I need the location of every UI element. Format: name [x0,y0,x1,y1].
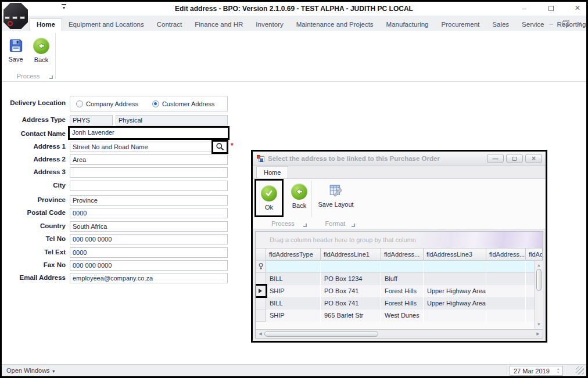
dialog-tab-home[interactable]: Home [256,166,288,178]
cell-address-line4[interactable] [486,309,526,322]
table-row[interactable]: BILL PO Box 741 Forest Hills Upper Highw… [256,297,543,309]
tab-sales[interactable]: Sales [486,19,515,31]
delivery-location-group: Company Address Customer Address [70,96,228,111]
group-expand-icon[interactable] [49,75,53,79]
tab-manufacturing[interactable]: Manufacturing [380,19,435,31]
tab-service[interactable]: Service [515,19,550,31]
column-header[interactable]: fldAddressLine3 [424,249,486,261]
province-field[interactable]: Province [70,195,228,206]
country-field[interactable]: South Africa [70,221,228,232]
filter-cell[interactable] [266,261,321,273]
cell-address-line1[interactable]: PO Box 741 [321,285,381,297]
cell-address-line2[interactable]: Forest Hills [381,285,424,297]
tab-procurement[interactable]: Procurement [435,19,486,31]
cell-address-line1[interactable]: 965 Barlet Str [321,309,381,322]
tab-finance-and-hr[interactable]: Finance and HR [188,19,249,31]
radio-company-address[interactable]: Company Address [76,100,138,107]
dialog-maximize-icon[interactable] [506,154,523,163]
column-header[interactable]: fldAddress... [381,249,424,261]
dialog-back-button[interactable]: Back [286,181,312,217]
tab-home[interactable]: Home [30,18,62,31]
column-header[interactable]: fldAddressType [266,249,321,261]
scroll-left-icon[interactable]: ◀ [256,330,264,338]
column-header[interactable]: fldAddress... [486,249,526,261]
cell-address-type[interactable]: SHIP [266,309,321,322]
address2-field[interactable]: Area [70,154,228,165]
minimize-icon[interactable]: – [519,3,529,13]
cell-address-type[interactable]: BILL [266,273,321,285]
tab-equipment-and-locations[interactable]: Equipment and Locations [62,19,150,31]
city-label: City [2,182,66,189]
table-row[interactable]: BILL PO Box 1234 Bluff [256,273,543,285]
filter-cell[interactable] [486,261,526,273]
postal-code-field[interactable]: 0000 [70,208,228,218]
vertical-scrollbar[interactable]: ▲ ▼ [535,261,542,329]
address-type-label: Address Type [2,116,66,123]
cell-address-line3[interactable] [424,273,486,285]
group-expand-icon[interactable] [303,224,307,227]
filter-cell[interactable] [424,261,486,273]
filter-pin-icon [259,263,263,270]
contact-name-field[interactable]: Jonh Lavender [70,128,228,138]
group-by-panel[interactable]: Drag a column header here to group by th… [256,232,543,249]
postal-code-label: Postal Code [2,209,66,216]
cell-address-line4[interactable] [486,285,526,297]
save-button[interactable]: Save [4,34,27,74]
scroll-up-icon[interactable]: ▲ [535,261,543,269]
vertical-scroll-thumb[interactable] [536,269,542,291]
scroll-right-icon[interactable]: ▶ [534,330,542,338]
mdi-close-icon[interactable]: × [577,19,582,28]
close-icon[interactable]: × [572,3,583,13]
table-row[interactable]: SHIP 965 Barlet Str West Dunes [256,309,543,322]
cell-address-line2[interactable]: West Dunes [381,309,424,322]
search-icon[interactable] [215,142,225,152]
horizontal-scroll-thumb[interactable] [264,331,378,337]
cell-address-line3[interactable] [424,309,486,322]
tel-ext-field[interactable]: 0000 [70,247,228,258]
save-layout-button[interactable]: Save Layout [315,181,356,217]
tab-maintenance-and-projects[interactable]: Maintenance and Projects [290,19,380,31]
fax-no-field[interactable]: 000 000 0000 [70,260,228,271]
resize-grip[interactable] [576,366,584,375]
column-header[interactable]: fldAd [526,249,543,261]
filter-cell[interactable] [321,261,381,273]
dialog-close-icon[interactable]: × [525,154,542,163]
column-header[interactable]: fldAddressLine1 [321,249,381,261]
address-type-description-field[interactable]: Physical [116,115,228,125]
row-indicator-cell [256,309,266,322]
city-field[interactable] [70,181,228,191]
group-expand-icon[interactable] [352,224,355,227]
cell-address-line4[interactable] [486,273,526,285]
email-address-field[interactable]: employeea@company.co.za [70,273,228,283]
date-spinner[interactable]: ▲▼ [555,367,561,375]
horizontal-scrollbar[interactable]: ◀ ▶ [256,329,543,338]
maximize-icon[interactable] [546,3,556,13]
tab-inventory[interactable]: Inventory [249,19,289,31]
mdi-minimize-icon[interactable]: – [549,20,553,28]
row-indicator-cell [256,297,266,309]
radio-customer-address[interactable]: Customer Address [152,100,214,107]
cell-address-line2[interactable]: Bluff [381,273,424,285]
cell-address-type[interactable]: BILL [266,297,321,309]
cell-address-line1[interactable]: PO Box 1234 [321,273,381,285]
cell-address-line4[interactable] [486,297,526,309]
cell-address-line3[interactable]: Upper Highway Area [424,285,486,297]
address-type-code-field[interactable]: PHYS [70,115,113,125]
tel-no-field[interactable]: 000 000 0000 [70,234,228,244]
cell-address-type[interactable]: SHIP [266,285,321,297]
mdi-restore-icon[interactable] [562,21,568,26]
table-row-selected[interactable]: SHIP PO Box 741 Forest Hills Upper Highw… [256,285,543,297]
dialog-minimize-icon[interactable]: — [487,154,504,163]
cell-address-line2[interactable]: Forest Hills [381,297,424,309]
address3-field[interactable] [70,167,228,178]
scroll-down-icon[interactable]: ▼ [535,321,543,328]
address1-field[interactable]: Street No and Road Name [70,142,228,152]
filter-cell[interactable] [381,261,424,273]
cell-address-line3[interactable]: Upper Highway Area [424,297,486,309]
open-windows-dropdown[interactable]: Open Windows ▼ [6,367,56,374]
ok-button[interactable]: Ok [256,182,282,218]
date-picker[interactable]: 27 Mar 2019 ▲▼ [510,366,563,376]
back-button[interactable]: Back [30,34,53,74]
tab-contract[interactable]: Contract [150,19,188,31]
cell-address-line1[interactable]: PO Box 741 [321,297,381,309]
